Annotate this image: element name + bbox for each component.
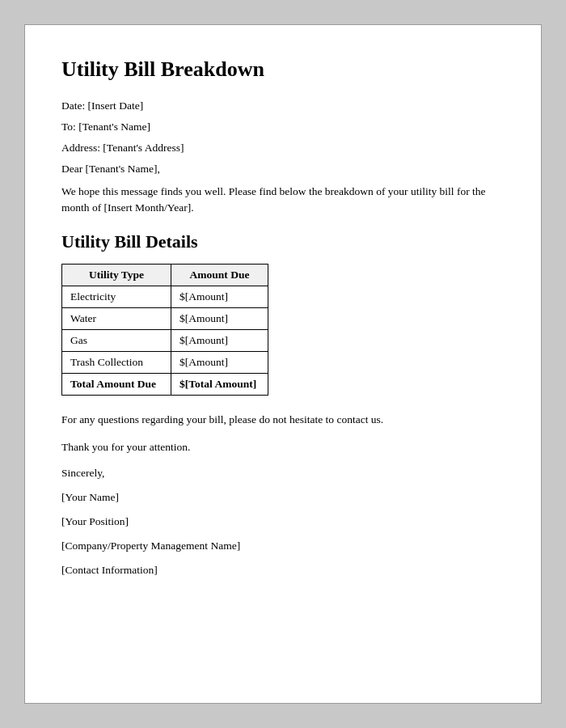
page-container: Utility Bill Breakdown Date: [Insert Dat… [24,24,542,704]
to-line: To: [Tenant's Name] [61,121,505,133]
date-line: Date: [Insert Date] [61,99,505,112]
signer-position: [Your Position] [61,515,505,528]
bill-table: Utility Type Amount Due Electricity$[Amo… [61,264,268,396]
col-header-amount: Amount Due [171,264,268,286]
utility-type-cell: Gas [62,329,171,351]
contact-info: [Contact Information] [61,564,505,577]
total-label-cell: Total Amount Due [62,373,171,395]
page-title: Utility Bill Breakdown [61,57,505,82]
dear-line: Dear [Tenant's Name], [61,163,505,176]
salutation: Sincerely, [61,467,505,480]
amount-due-cell: $[Amount] [171,286,268,307]
closing-para1: For any questions regarding your bill, p… [61,412,505,428]
amount-due-cell: $[Amount] [171,351,268,373]
total-row: Total Amount Due$[Total Amount] [62,373,268,395]
address-line: Address: [Tenant's Address] [61,142,505,154]
total-amount-cell: $[Total Amount] [171,373,268,395]
table-row: Electricity$[Amount] [62,286,268,307]
company-name: [Company/Property Management Name] [61,540,505,552]
amount-due-cell: $[Amount] [171,307,268,329]
utility-type-cell: Trash Collection [62,351,171,373]
section-title: Utility Bill Details [61,231,505,252]
utility-type-cell: Water [62,307,171,329]
signer-name: [Your Name] [61,491,505,504]
table-row: Trash Collection$[Amount] [62,351,268,373]
closing-para2: Thank you for your attention. [61,439,505,455]
table-row: Gas$[Amount] [62,329,268,351]
utility-type-cell: Electricity [62,286,171,307]
intro-paragraph: We hope this message finds you well. Ple… [61,184,505,217]
col-header-utility: Utility Type [62,264,171,286]
amount-due-cell: $[Amount] [171,329,268,351]
table-row: Water$[Amount] [62,307,268,329]
